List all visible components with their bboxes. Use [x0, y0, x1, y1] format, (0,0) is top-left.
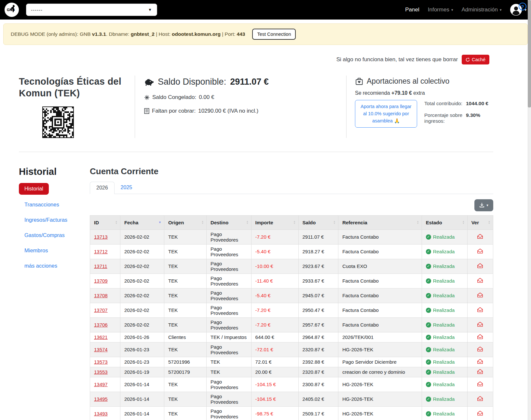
- test-connection-button[interactable]: Test Connection: [252, 29, 296, 40]
- cell-destino: Pago Proveedores: [207, 244, 252, 259]
- view-receipt-button[interactable]: [477, 334, 483, 339]
- cell-fecha: 2026-02-02: [120, 303, 164, 317]
- transaction-id-link[interactable]: 13553: [94, 369, 108, 375]
- column-header-importe[interactable]: Importe▲▼: [251, 215, 298, 230]
- column-label: Origen: [168, 220, 184, 225]
- column-header-destino[interactable]: Destino▲▼: [207, 215, 252, 230]
- column-header-ver[interactable]: Ver▲▼: [467, 215, 493, 230]
- organization-select[interactable]: ------ ▼: [26, 4, 157, 16]
- check-icon: ✓: [426, 293, 431, 298]
- transaction-id-link[interactable]: 13495: [94, 396, 108, 402]
- envelope-open-icon: [477, 411, 483, 416]
- cell-id: 13497: [90, 377, 120, 392]
- tab-2025[interactable]: 2025: [115, 182, 139, 194]
- tab-2026[interactable]: 2026: [90, 182, 115, 194]
- cell-saldo: 2945.07 €: [298, 288, 338, 303]
- gnb-logo[interactable]: GNB: [5, 3, 19, 17]
- view-receipt-button[interactable]: [477, 396, 483, 401]
- view-receipt-button[interactable]: [477, 322, 483, 327]
- sidebar-item-transacciones[interactable]: Transacciones: [19, 199, 65, 210]
- transaction-id-link[interactable]: 13709: [94, 278, 108, 284]
- help-icon[interactable]: ?: [519, 3, 526, 10]
- view-receipt-button[interactable]: [477, 359, 483, 364]
- contribute-now-button[interactable]: Aporta ahora para llegar al 10.0% sugeri…: [355, 100, 417, 128]
- envelope-open-icon: [477, 369, 483, 374]
- check-icon: ✓: [426, 382, 431, 387]
- view-receipt-button[interactable]: [477, 346, 483, 352]
- cell-estado: ✓Realizada: [422, 273, 467, 288]
- cell-estado: ✓Realizada: [422, 317, 467, 332]
- status-badge: Realizada: [433, 263, 455, 269]
- income-percentage-label: Porcentaje sobre ingresos:: [424, 112, 466, 128]
- transaction-id-link[interactable]: 13711: [94, 263, 107, 269]
- column-header-saldo[interactable]: Saldo▲▼: [298, 215, 338, 230]
- cell-fecha: 2026-01-19: [120, 367, 164, 377]
- cell-destino: Pago Proveedores: [207, 259, 252, 273]
- transaction-id-link[interactable]: 13712: [94, 249, 108, 254]
- transaction-id-link[interactable]: 13574: [94, 347, 108, 352]
- transaction-id-link[interactable]: 13713: [94, 234, 108, 240]
- cell-estado: ✓Realizada: [422, 392, 467, 406]
- column-header-estado[interactable]: Estado▲▼: [422, 215, 467, 230]
- transaction-id-link[interactable]: 13707: [94, 307, 108, 313]
- cell-estado: ✓Realizada: [422, 406, 467, 420]
- gnb-logo-icon: GNB: [5, 3, 18, 16]
- cell-id: 13574: [90, 342, 120, 357]
- table-row: 137062026-02-02TEKPago Proveedores-7.20 …: [90, 317, 493, 332]
- view-receipt-button[interactable]: [477, 234, 483, 239]
- cell-origen: TEK: [164, 303, 206, 317]
- view-receipt-button[interactable]: [477, 263, 483, 268]
- table-row: 134932026-01-14TEKPago Proveedores-98.75…: [90, 406, 493, 420]
- table-toolbar: ▾: [90, 199, 493, 211]
- account-name: Tecnologías Éticas del Komun (TEK): [19, 76, 125, 99]
- cell-origen: TEK: [164, 230, 206, 244]
- status-badge: Realizada: [433, 359, 455, 365]
- view-receipt-button[interactable]: [477, 248, 483, 254]
- cell-origen: TEK: [164, 259, 206, 273]
- view-receipt-button[interactable]: [477, 292, 483, 298]
- saldo-disponible-label: Saldo Disponible:: [158, 77, 226, 87]
- cell-ver: [467, 288, 493, 303]
- cell-estado: ✓Realizada: [422, 332, 467, 342]
- cell-destino: Pago Proveedores: [207, 303, 252, 317]
- sidebar-item-miembros[interactable]: Miembros: [19, 245, 53, 256]
- transaction-id-link[interactable]: 13621: [94, 334, 108, 340]
- cell-saldo: 2918.27 €: [298, 244, 338, 259]
- faltan-cobrar-label: Faltan por cobrar:: [152, 108, 196, 114]
- view-receipt-button[interactable]: [477, 307, 483, 312]
- column-header-id[interactable]: ID▲▼: [90, 215, 120, 230]
- cell-fecha: 2026-01-23: [120, 357, 164, 367]
- cache-notice: Si algo no funciona bien, tal vez tienes…: [19, 55, 489, 64]
- nav-item-administracion[interactable]: Administración▾: [461, 7, 501, 13]
- envelope-open-icon: [477, 292, 483, 298]
- transaction-id-link[interactable]: 13708: [94, 293, 108, 298]
- transaction-id-link[interactable]: 13493: [94, 411, 108, 416]
- refresh-icon: [466, 58, 470, 62]
- download-button[interactable]: ▾: [474, 199, 493, 211]
- nav-item-panel[interactable]: Panel: [405, 7, 419, 13]
- sidebar-item-m-s-acciones[interactable]: más acciones: [19, 260, 63, 271]
- sidebar-item-ingresos-facturas[interactable]: Ingresos/Facturas: [19, 215, 73, 225]
- vertical-scrollbar[interactable]: [528, 0, 531, 420]
- cell-importe: -5.40 €: [251, 244, 298, 259]
- download-icon: [479, 203, 484, 208]
- view-receipt-button[interactable]: [477, 411, 483, 416]
- envelope-open-icon: [477, 396, 483, 401]
- scrollbar-thumb[interactable]: [528, 0, 531, 107]
- sidebar-item-historial[interactable]: Historial: [19, 183, 49, 195]
- column-header-origen[interactable]: Origen▲▼: [164, 215, 206, 230]
- check-icon: ✓: [426, 359, 431, 365]
- column-header-referencia[interactable]: Referencia▲▼: [338, 215, 422, 230]
- view-receipt-button[interactable]: [477, 278, 483, 283]
- transaction-id-link[interactable]: 13497: [94, 382, 108, 387]
- column-label: Ver: [471, 220, 479, 225]
- clear-cache-button[interactable]: Caché: [462, 55, 489, 64]
- transaction-id-link[interactable]: 13706: [94, 322, 108, 328]
- view-receipt-button[interactable]: [477, 381, 483, 386]
- nav-item-informes[interactable]: Informes▾: [428, 7, 453, 13]
- transaction-id-link[interactable]: 13573: [94, 359, 108, 365]
- column-label: Destino: [211, 220, 228, 225]
- sidebar-item-gastos-compras[interactable]: Gastos/Compras: [19, 230, 70, 241]
- view-receipt-button[interactable]: [477, 369, 483, 374]
- column-header-fecha[interactable]: Fecha▼: [120, 215, 164, 230]
